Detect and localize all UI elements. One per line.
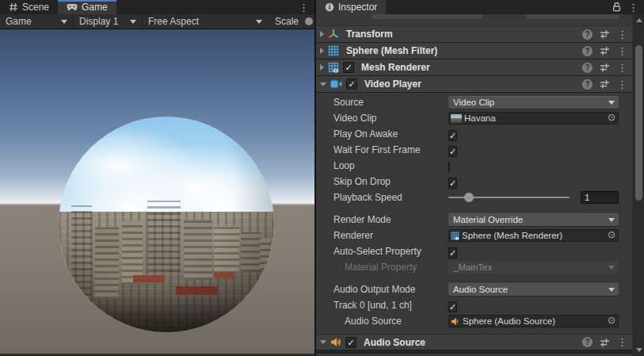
help-icon[interactable]: ? [582, 29, 593, 40]
wait-first-frame-checkbox[interactable]: ✓ [448, 146, 457, 157]
inspector-scrollbar[interactable] [633, 14, 644, 356]
component-header-video-player[interactable]: ✓ Video Player ? ⋮ [316, 76, 632, 93]
game-panel-tab-bar: Scene Game ⋮ [0, 0, 314, 14]
row-renderer: Renderer Sphere (Mesh Renderer) ⊙ [316, 228, 632, 243]
track0-checkbox[interactable]: ✓ [448, 301, 457, 312]
row-auto-select-property: Auto-Select Property ✓ [316, 243, 632, 259]
component-header-audio-source[interactable]: ✓ Audio Source ? ⋮ [316, 334, 632, 350]
field-label: Playback Speed [333, 192, 402, 203]
row-skip-on-drop: Skip On Drop ✓ [316, 174, 632, 189]
row-wait-first-frame: Wait For First Frame ✓ [316, 142, 632, 158]
preset-icon[interactable] [600, 29, 610, 39]
audio-source-icon [330, 337, 341, 347]
chevron-down-icon [608, 288, 615, 292]
row-audio-source-ref: Audio Source Sphere (Audio Source) ⊙ [316, 313, 632, 329]
playback-speed-input[interactable] [581, 191, 619, 204]
gamepad-icon [67, 3, 78, 11]
audio-output-mode-dropdown[interactable]: Audio Source [448, 283, 619, 296]
row-play-on-awake: Play On Awake ✓ [316, 126, 632, 142]
aspect-dropdown[interactable]: Free Aspect [143, 14, 268, 29]
field-label: Audio Source [345, 316, 402, 327]
game-toolbar: Game Display 1 Free Aspect Scale [0, 14, 314, 29]
object-picker-icon[interactable]: ⊙ [605, 112, 618, 124]
tab-game[interactable]: Game [58, 0, 116, 14]
transform-icon [328, 29, 339, 40]
expander-icon[interactable] [320, 340, 326, 344]
audio-source-object-field[interactable]: Sphere (Audio Source) ⊙ [448, 315, 619, 327]
mesh-renderer-enabled-checkbox[interactable]: ✓ [343, 62, 354, 73]
chevron-down-icon [608, 266, 615, 270]
kebab-menu-icon[interactable]: ⋮ [617, 29, 627, 40]
expander-icon[interactable] [320, 48, 324, 54]
inspector-panel: Inspector ⋮ Transform [316, 0, 644, 356]
row-video-clip: Video Clip Havana ⊙ [316, 110, 632, 126]
mesh-renderer-icon [328, 62, 339, 73]
expander-icon[interactable] [320, 31, 324, 37]
object-picker-icon[interactable]: ⊙ [605, 315, 618, 327]
tab-scene-label: Scene [22, 2, 49, 13]
inspector-tab-bar: Inspector ⋮ [316, 0, 644, 14]
source-dropdown[interactable]: Video Clip [448, 96, 619, 109]
video-sphere [59, 117, 274, 332]
component-header-transform[interactable]: Transform ? ⋮ [316, 26, 632, 43]
scroll-up-icon[interactable] [636, 18, 642, 22]
audio-source-enabled-checkbox[interactable]: ✓ [345, 337, 356, 348]
expander-icon[interactable] [320, 82, 326, 86]
renderer-object-field[interactable]: Sphere (Mesh Renderer) ⊙ [448, 229, 619, 242]
kebab-menu-icon[interactable]: ⋮ [617, 79, 627, 90]
preset-icon[interactable] [600, 63, 610, 72]
game-viewport[interactable] [0, 29, 314, 354]
object-picker-icon[interactable]: ⊙ [605, 229, 618, 242]
row-playback-speed: Playback Speed [316, 189, 632, 205]
row-audio-output-mode: Audio Output Mode Audio Source [316, 281, 632, 297]
tab-scene[interactable]: Scene [0, 0, 58, 14]
video-clip-object-field[interactable]: Havana ⊙ [448, 112, 619, 124]
lock-icon[interactable] [612, 2, 621, 12]
kebab-menu-icon[interactable]: ⋮ [617, 46, 627, 56]
playback-speed-slider[interactable] [448, 191, 570, 204]
render-mode-dropdown[interactable]: Material Override [448, 213, 619, 226]
help-icon[interactable]: ? [582, 337, 593, 347]
chevron-down-icon [608, 218, 615, 222]
loop-checkbox[interactable] [448, 162, 450, 173]
chevron-down-icon [608, 101, 615, 105]
tab-inspector-label: Inspector [338, 2, 377, 13]
preset-icon[interactable] [600, 79, 610, 89]
tab-inspector[interactable]: Inspector [316, 0, 386, 14]
component-header-mesh-filter[interactable]: Sphere (Mesh Filter) ? ⋮ [316, 43, 632, 59]
help-icon[interactable]: ? [582, 63, 593, 73]
inspector-menu-icon[interactable]: ⋮ [628, 2, 638, 13]
field-label: Render Mode [333, 214, 391, 225]
kebab-menu-icon[interactable]: ⋮ [617, 337, 627, 347]
kebab-menu-icon[interactable]: ⋮ [617, 63, 627, 73]
chevron-down-icon [256, 20, 262, 24]
expander-icon[interactable] [320, 64, 324, 71]
material-property-dropdown: _MainTex [448, 261, 619, 274]
slider-knob[interactable] [464, 193, 474, 202]
scroll-down-icon[interactable] [636, 348, 642, 352]
chevron-down-icon [130, 20, 136, 24]
tab-game-label: Game [82, 2, 108, 13]
game-view-dropdown[interactable]: Game [0, 14, 73, 29]
video-player-enabled-checkbox[interactable]: ✓ [346, 78, 357, 90]
row-source: Source Video Clip [316, 94, 632, 110]
inspector-body: Transform ? ⋮ Sphere (Mesh Filter) ? [316, 14, 644, 356]
row-loop: Loop [316, 158, 632, 174]
scale-slider-knob[interactable] [305, 17, 313, 25]
preset-icon[interactable] [600, 46, 610, 56]
scrollbar-thumb[interactable] [635, 45, 642, 201]
display-dropdown[interactable]: Display 1 [74, 14, 142, 29]
field-label: Material Property [345, 262, 417, 273]
field-label: Auto-Select Property [333, 246, 421, 257]
preset-icon[interactable] [600, 338, 610, 347]
field-label: Wait For First Frame [333, 144, 421, 155]
help-icon[interactable]: ? [582, 46, 593, 56]
game-panel-menu-icon[interactable]: ⋮ [299, 2, 309, 13]
auto-select-property-checkbox[interactable]: ✓ [448, 247, 457, 258]
play-on-awake-checkbox[interactable]: ✓ [448, 130, 457, 141]
field-label: Renderer [333, 230, 373, 241]
component-header-mesh-renderer[interactable]: ✓ Mesh Renderer ? ⋮ [316, 59, 632, 76]
skip-on-drop-checkbox[interactable]: ✓ [448, 178, 457, 189]
help-icon[interactable]: ? [582, 79, 593, 90]
video-clip-thumbnail-icon [451, 114, 462, 123]
